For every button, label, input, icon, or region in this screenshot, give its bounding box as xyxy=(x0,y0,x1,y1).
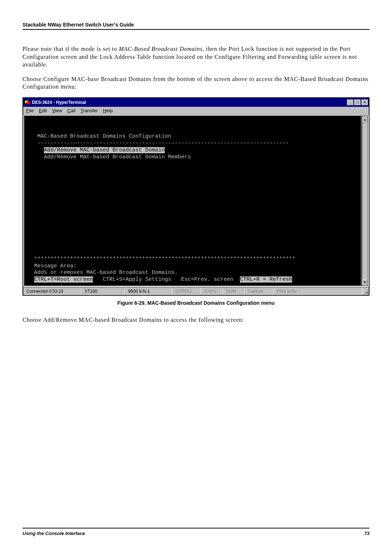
maximize-button[interactable]: □ xyxy=(354,100,361,105)
footer-rule xyxy=(23,528,369,528)
status-caps: CAPS xyxy=(201,288,223,295)
menu-help[interactable]: Help xyxy=(103,108,113,113)
status-emulation: VT100 xyxy=(81,288,125,295)
vertical-scrollbar[interactable]: ▲ ▼ xyxy=(362,116,368,286)
p1-part-a: Please note that if the mode is set to xyxy=(23,46,119,52)
term-blank xyxy=(28,127,31,133)
status-num: NUM xyxy=(223,288,245,295)
titlebar[interactable]: DES-3624 - HyperTerminal _ □ × xyxy=(23,98,369,107)
term-help-root: CTRL+T=Root screen xyxy=(34,276,93,283)
status-baud: 9600 8-N-1 xyxy=(125,288,172,295)
term-indent xyxy=(28,147,44,153)
p1-italic: MAC-Based Broadcast Domains xyxy=(119,46,203,52)
term-help-mid: CTRL+S=Apply Settings Esc=Prev. screen xyxy=(93,276,240,283)
figure-caption: Figure 6-29. MAC-Based Broadcast Domains… xyxy=(23,300,369,306)
footer-page-number: 73 xyxy=(364,531,369,536)
page-footer: Using the Console Interface 73 xyxy=(23,528,369,536)
paragraph-1: Please note that if the mode is set to M… xyxy=(23,45,369,69)
menu-transfer[interactable]: Transfer xyxy=(81,108,98,113)
menu-edit[interactable]: Edit xyxy=(39,108,47,113)
status-printecho: Print echo xyxy=(274,288,362,295)
term-selected-item[interactable]: Add/Remove MAC-based Broadcast Domain xyxy=(44,147,165,153)
term-help-indent xyxy=(28,276,34,283)
footer-section: Using the Console Interface xyxy=(23,531,85,536)
close-button[interactable]: × xyxy=(362,100,368,105)
app-icon xyxy=(25,100,30,105)
page-header-title: Stackable NWay Ethernet Switch User's Gu… xyxy=(23,22,369,28)
terminal-area[interactable]: MAC-Based Broadcast Domains Configuratio… xyxy=(24,116,362,286)
term-help-refresh: CTRL+R = Refresh xyxy=(240,276,292,283)
menu-view[interactable]: View xyxy=(52,108,62,113)
scroll-up-button[interactable]: ▲ xyxy=(362,116,367,123)
term-dashline: ----------------------------------------… xyxy=(28,140,289,146)
header-rule xyxy=(23,29,369,30)
minimize-button[interactable]: _ xyxy=(347,100,354,105)
scroll-down-button[interactable]: ▼ xyxy=(362,279,367,285)
hyperterminal-window: DES-3624 - HyperTerminal _ □ × File Edit… xyxy=(23,97,369,296)
menu-file[interactable]: File xyxy=(26,108,34,113)
term-msg: Adds or removes MAC-based Broadcast Doma… xyxy=(28,270,178,276)
titlebar-title: DES-3624 - HyperTerminal xyxy=(32,100,86,105)
statusbar: Connected 0:53:15 VT100 9600 8-N-1 SCROL… xyxy=(23,287,369,295)
menubar: File Edit View Call Transfer Help xyxy=(23,107,369,114)
resize-grip-icon[interactable]: ◢ xyxy=(362,288,369,295)
status-scroll: SCROLL xyxy=(172,288,201,295)
term-item-2[interactable]: Add/Remove MAC-based Broadcast Domain Me… xyxy=(28,154,191,160)
status-capture: Capture xyxy=(245,288,274,295)
menu-call[interactable]: Call xyxy=(67,108,75,113)
paragraph-3: Choose Add/Remove MAC-based Broadcast Do… xyxy=(23,316,369,324)
paragraph-2: Choose Configure MAC-base Broadcast Doma… xyxy=(23,75,369,91)
svg-rect-1 xyxy=(27,102,30,104)
term-stars: ****************************************… xyxy=(28,256,295,262)
status-connected: Connected 0:53:15 xyxy=(23,288,81,295)
term-msgarea-label: Message Area: xyxy=(28,263,77,269)
term-heading: MAC-Based Broadcast Domains Configuratio… xyxy=(28,133,171,139)
